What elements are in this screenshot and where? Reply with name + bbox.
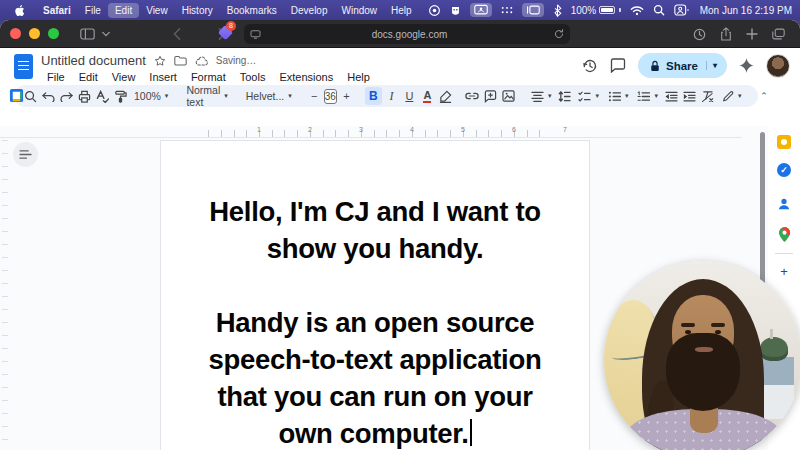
google-docs-logo-icon[interactable]: [14, 54, 33, 79]
line-spacing-icon[interactable]: [556, 87, 573, 105]
menubar-item-safari[interactable]: Safari: [36, 3, 78, 18]
google-contacts-icon[interactable]: [776, 196, 792, 212]
insert-link-icon[interactable]: [464, 87, 481, 105]
font-size-decrease-button[interactable]: −: [306, 87, 323, 105]
browser-extension-button[interactable]: 8: [218, 23, 236, 41]
bluetooth-icon[interactable]: [553, 4, 562, 17]
search-menus-icon[interactable]: [22, 87, 39, 105]
underline-button[interactable]: U: [401, 87, 418, 105]
menubar-item-bookmarks[interactable]: Bookmarks: [220, 3, 284, 18]
comments-icon[interactable]: [610, 58, 626, 73]
text-cursor: [470, 419, 472, 446]
privacy-report-icon[interactable]: [693, 28, 706, 41]
menubar-item-history[interactable]: History: [175, 3, 220, 18]
google-calendar-icon[interactable]: [8, 87, 24, 103]
version-history-icon[interactable]: [582, 58, 598, 74]
clear-formatting-icon[interactable]: [699, 87, 716, 105]
spellcheck-icon[interactable]: [94, 87, 111, 105]
website-settings-icon[interactable]: [250, 30, 261, 39]
fast-user-switch-icon[interactable]: [674, 4, 689, 16]
font-size-input[interactable]: 36: [324, 89, 337, 104]
back-button[interactable]: [173, 28, 181, 40]
document-page[interactable]: Hello, I'm CJ and I want to show you han…: [160, 140, 590, 450]
close-window-button[interactable]: [10, 28, 21, 39]
horizontal-ruler[interactable]: 1 2 3 4 5 6 7: [0, 126, 742, 138]
docs-menu-extensions[interactable]: Extensions: [273, 70, 339, 84]
reload-icon[interactable]: [554, 29, 564, 39]
presenter-eyebrow: [681, 323, 695, 327]
recording-app-icon[interactable]: [428, 4, 441, 17]
zoom-select[interactable]: 100% ▾: [130, 90, 172, 102]
mode-caret-icon: ▾: [738, 92, 742, 100]
checklist-select[interactable]: ▾: [574, 91, 603, 102]
increase-indent-icon[interactable]: [681, 87, 698, 105]
decrease-indent-icon[interactable]: [663, 87, 680, 105]
menubar-item-file[interactable]: File: [78, 3, 108, 18]
spotlight-search-icon[interactable]: [653, 4, 665, 16]
document-outline-button[interactable]: [13, 142, 38, 167]
wifi-icon[interactable]: [630, 5, 644, 16]
docs-toolbar: 100% ▾ Normal text ▾ Helvet... ▾ − 36 + …: [0, 84, 800, 110]
highlight-color-button[interactable]: [437, 87, 454, 105]
docs-menu-insert[interactable]: Insert: [143, 70, 183, 84]
docs-menu-format[interactable]: Format: [185, 70, 232, 84]
sidebar-chevron-icon[interactable]: [102, 31, 110, 37]
menubar-item-edit[interactable]: Edit: [108, 3, 139, 18]
zoom-window-button[interactable]: [48, 28, 59, 39]
paint-format-icon[interactable]: [112, 87, 129, 105]
star-icon[interactable]: [154, 55, 166, 67]
vertical-ruler[interactable]: [2, 140, 8, 440]
docs-menu-edit[interactable]: Edit: [73, 70, 104, 84]
align-select[interactable]: ▾: [527, 91, 556, 102]
numbered-list-select[interactable]: ▾: [633, 91, 662, 102]
account-avatar[interactable]: [766, 54, 790, 78]
stage-manager-icon[interactable]: [522, 3, 544, 17]
document-text[interactable]: Hello, I'm CJ and I want to show you han…: [161, 141, 589, 450]
text-color-button[interactable]: A: [423, 90, 431, 103]
get-addons-button[interactable]: +: [776, 263, 792, 279]
share-dropdown-caret-icon[interactable]: ▾: [706, 61, 723, 70]
share-icon[interactable]: [720, 27, 732, 41]
docs-menu-help[interactable]: Help: [341, 70, 376, 84]
google-keep-icon[interactable]: [776, 134, 792, 150]
app-menu-extra-icon[interactable]: [450, 5, 461, 16]
font-size-increase-button[interactable]: +: [338, 87, 355, 105]
tab-overview-icon[interactable]: [772, 28, 785, 40]
docs-menu-file[interactable]: File: [41, 70, 71, 84]
google-maps-icon[interactable]: [776, 226, 792, 242]
battery-indicator[interactable]: 100%: [571, 5, 621, 16]
screen-sharing-icon[interactable]: [470, 3, 492, 17]
bold-button[interactable]: B: [365, 87, 382, 105]
gemini-sparkle-icon[interactable]: [739, 58, 754, 73]
minimize-window-button[interactable]: [29, 28, 40, 39]
sidebar-toggle-icon[interactable]: [80, 28, 95, 40]
vertical-scrollbar[interactable]: [760, 132, 765, 304]
menubar-item-window[interactable]: Window: [335, 3, 385, 18]
add-comment-icon[interactable]: [482, 87, 499, 105]
google-tasks-icon[interactable]: ✓: [776, 162, 792, 178]
clock-label[interactable]: Mon Jun 16 2:19 PM: [700, 5, 792, 16]
italic-button[interactable]: I: [383, 87, 400, 105]
apple-logo-icon[interactable]: [14, 4, 26, 17]
menubar-item-view[interactable]: View: [139, 3, 175, 18]
insert-image-icon[interactable]: [500, 87, 517, 105]
grid-dots-icon[interactable]: [501, 5, 513, 16]
docs-menu-view[interactable]: View: [106, 70, 142, 84]
menubar-item-develop[interactable]: Develop: [284, 3, 335, 18]
bulleted-list-select[interactable]: ▾: [604, 91, 633, 102]
share-button[interactable]: Share ▾: [638, 53, 727, 78]
docs-menu-tools[interactable]: Tools: [234, 70, 272, 84]
new-tab-icon[interactable]: [746, 28, 758, 40]
redo-icon[interactable]: [58, 87, 75, 105]
paragraph-style-select[interactable]: Normal text ▾: [182, 84, 231, 108]
undo-icon[interactable]: [40, 87, 57, 105]
address-bar[interactable]: docs.google.com: [244, 24, 570, 44]
font-value-label: Helvet...: [246, 90, 285, 102]
print-icon[interactable]: [76, 87, 93, 105]
collapse-menus-button[interactable]: ⌃: [755, 87, 772, 105]
font-select[interactable]: Helvet... ▾: [242, 90, 296, 102]
document-title[interactable]: Untitled document: [41, 53, 146, 68]
editing-mode-select[interactable]: ▾: [718, 90, 746, 102]
move-folder-icon[interactable]: [174, 55, 187, 66]
menubar-item-help[interactable]: Help: [384, 3, 419, 18]
